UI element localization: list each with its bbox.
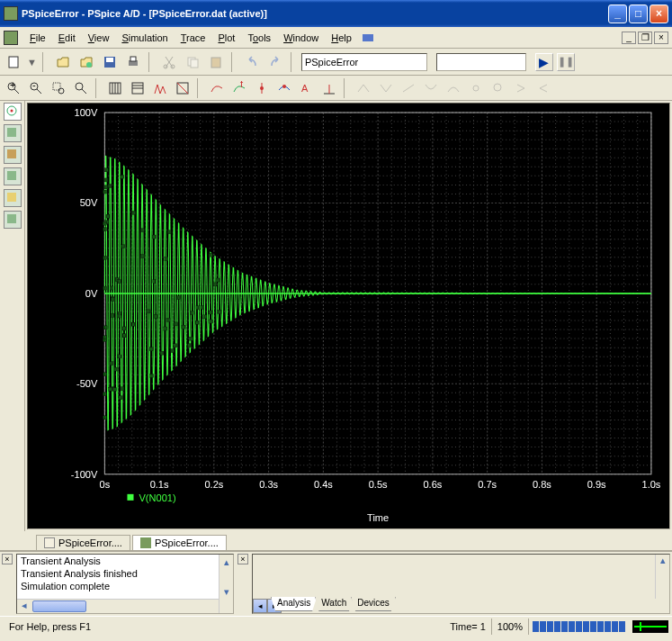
cursor-slope-button xyxy=(399,78,418,98)
vertical-scrollbar[interactable]: ▴ xyxy=(655,555,669,599)
horizontal-scrollbar[interactable]: ◂ xyxy=(17,599,219,613)
doc-icon[interactable] xyxy=(4,31,18,45)
svg-rect-186 xyxy=(195,320,199,324)
zoom-out-button[interactable]: - xyxy=(26,78,46,98)
svg-rect-182 xyxy=(201,305,204,309)
mdi-close-button[interactable]: × xyxy=(654,32,668,44)
svg-point-19 xyxy=(58,88,64,94)
log-y-button[interactable] xyxy=(128,78,148,98)
sidebar-btn-5[interactable] xyxy=(4,189,22,207)
close-button[interactable]: × xyxy=(650,5,668,23)
menu-trace[interactable]: Trace xyxy=(175,31,212,45)
svg-rect-1 xyxy=(9,57,18,68)
print-button[interactable] xyxy=(123,52,143,72)
menu-window[interactable]: Window xyxy=(277,31,325,45)
cursor-button[interactable] xyxy=(274,78,294,98)
label-button[interactable]: A xyxy=(297,78,317,98)
svg-text:0.9s: 0.9s xyxy=(587,479,606,490)
sidebar-btn-6[interactable] xyxy=(4,211,22,229)
svg-text:100V: 100V xyxy=(75,107,98,118)
cadence-icon[interactable] xyxy=(358,28,378,48)
svg-rect-133 xyxy=(106,214,110,218)
status-help: For Help, press F1 xyxy=(4,618,96,635)
sidebar-btn-4[interactable] xyxy=(4,167,22,185)
save-button[interactable] xyxy=(100,52,120,72)
menu-file[interactable]: File xyxy=(23,31,52,45)
sidebar-btn-1[interactable] xyxy=(4,103,22,121)
mdi-restore-button[interactable]: ❐ xyxy=(638,32,652,44)
performance-button[interactable] xyxy=(173,78,193,98)
svg-text:+: + xyxy=(10,81,15,90)
svg-point-34 xyxy=(282,85,286,88)
minimize-button[interactable]: _ xyxy=(608,5,627,23)
svg-line-21 xyxy=(82,89,86,94)
menu-help[interactable]: Help xyxy=(325,31,358,45)
tab-analysis[interactable]: Analysis xyxy=(271,597,317,611)
open-button[interactable] xyxy=(53,52,73,72)
new-button[interactable] xyxy=(4,52,23,72)
message-list[interactable]: Transient Analysis Transient Analysis fi… xyxy=(16,554,234,614)
svg-point-20 xyxy=(76,83,83,90)
zoom-area-button[interactable] xyxy=(49,78,68,98)
redo-button[interactable] xyxy=(265,52,285,72)
svg-text:-50V: -50V xyxy=(76,378,98,389)
simulation-value-input[interactable] xyxy=(436,53,526,71)
tab-devices[interactable]: Devices xyxy=(351,597,396,611)
eval-button[interactable]: f xyxy=(229,78,249,98)
tab-watch[interactable]: Watch xyxy=(315,597,353,611)
svg-rect-196 xyxy=(217,278,220,282)
doc-tab-2[interactable]: PSpiceError.... xyxy=(132,535,227,550)
status-percent: 100% xyxy=(492,618,529,635)
doc-tab-1-label: PSpiceError.... xyxy=(58,537,122,548)
log-x-button[interactable] xyxy=(105,78,125,98)
vertical-scrollbar[interactable]: ▴▾ xyxy=(219,555,233,613)
dat-icon xyxy=(140,537,151,548)
paste-button[interactable] xyxy=(206,52,226,72)
svg-rect-4 xyxy=(106,58,113,62)
close-analysis-button[interactable]: × xyxy=(237,554,248,564)
run-button[interactable]: ▶ xyxy=(535,53,553,71)
svg-text:0.8s: 0.8s xyxy=(533,479,551,490)
pause-button[interactable]: ❚❚ xyxy=(557,53,575,71)
svg-text:-: - xyxy=(32,81,36,90)
svg-rect-148 xyxy=(104,185,108,189)
svg-rect-192 xyxy=(203,315,207,319)
marker-button[interactable] xyxy=(252,78,272,98)
add-trace-button[interactable] xyxy=(207,78,227,98)
menu-plot[interactable]: Plot xyxy=(211,31,241,45)
copy-button[interactable] xyxy=(183,52,202,72)
zoom-fit-button[interactable] xyxy=(71,78,91,98)
plot-area[interactable]: -100V-50V0V50V100V0s0.1s0.2s0.3s0.4s0.5s… xyxy=(27,103,670,529)
close-output-button[interactable]: × xyxy=(2,554,13,564)
menu-simulation[interactable]: Simulation xyxy=(115,31,174,45)
cursor-peak-button xyxy=(354,78,373,98)
undo-button[interactable] xyxy=(242,52,262,72)
mark-button[interactable] xyxy=(319,78,339,98)
svg-rect-180 xyxy=(108,185,112,188)
svg-rect-161 xyxy=(165,257,168,261)
maximize-button[interactable]: □ xyxy=(629,5,648,23)
svg-text:0.6s: 0.6s xyxy=(423,479,442,490)
fft-button[interactable] xyxy=(150,78,170,98)
svg-text:0.5s: 0.5s xyxy=(369,479,388,490)
scroll-left-button[interactable]: ◂ xyxy=(253,599,267,613)
menu-tools[interactable]: Tools xyxy=(241,31,277,45)
simulation-name-input[interactable] xyxy=(301,53,427,71)
svg-rect-162 xyxy=(190,337,193,340)
svg-rect-0 xyxy=(363,34,373,41)
svg-line-16 xyxy=(37,89,41,94)
mdi-minimize-button[interactable]: _ xyxy=(622,32,636,44)
doc-tab-1[interactable]: PSpiceError.... xyxy=(36,535,130,550)
zoom-in-button[interactable]: + xyxy=(4,78,23,98)
menu-edit[interactable]: Edit xyxy=(52,31,82,45)
document-tabs: PSpiceError.... PSpiceError.... xyxy=(0,531,672,551)
sidebar-btn-3[interactable] xyxy=(4,146,22,164)
svg-text:0.1s: 0.1s xyxy=(150,479,169,490)
menu-view[interactable]: View xyxy=(82,31,116,45)
svg-rect-144 xyxy=(103,190,107,194)
cut-button[interactable] xyxy=(159,52,179,72)
open-sim-button[interactable] xyxy=(76,52,96,72)
svg-point-7 xyxy=(164,65,167,68)
svg-rect-43 xyxy=(7,128,16,137)
sidebar-btn-2[interactable] xyxy=(4,124,22,142)
